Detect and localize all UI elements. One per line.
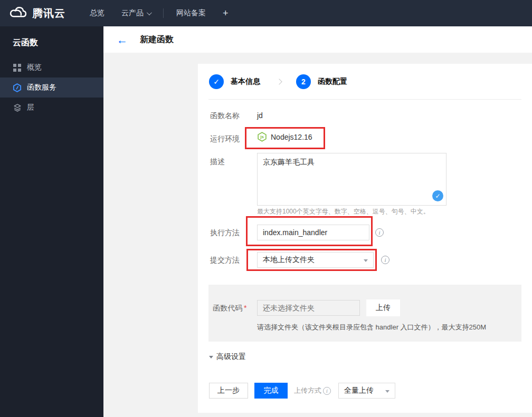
handler-input[interactable] (257, 225, 369, 240)
step2-number-badge: 2 (296, 74, 311, 89)
upload-mode-info-icon[interactable]: i (323, 387, 331, 395)
function-code-label-text: 函数代码 (213, 304, 242, 312)
function-code-section: 函数代码* 上传 请选择文件夹（该文件夹根目录应包含 handler 入口文件）… (208, 285, 521, 342)
page-header: ← 新建函数 (103, 26, 532, 53)
description-label: 描述 (210, 156, 225, 167)
submit-method-select[interactable]: 本地上传文件夹 (257, 252, 374, 268)
topbar: 腾讯云 总览 云产品 网站备案 + (0, 0, 532, 26)
step1-done-check-icon: ✓ (209, 74, 224, 89)
top-nav: 总览 云产品 网站备案 + (81, 0, 237, 26)
upload-mode-label-row: 上传方式 i (294, 386, 331, 395)
advanced-settings-label: 高级设置 (216, 352, 246, 362)
nav-cloud-products[interactable]: 云产品 (113, 0, 159, 26)
nav-overview-label: 总览 (90, 8, 104, 18)
step2-label: 函数配置 (318, 77, 347, 86)
tencent-cloud-brand[interactable]: 腾讯云 (8, 6, 65, 21)
back-arrow-icon[interactable]: ← (117, 34, 128, 45)
steps-divider (208, 99, 521, 100)
nav-overview[interactable]: 总览 (81, 0, 113, 26)
nav-icp-filing-label: 网站备案 (176, 8, 206, 18)
description-textarea[interactable]: 京东薅羊毛工具 (257, 153, 446, 206)
submit-method-value: 本地上传文件夹 (263, 255, 315, 265)
finish-button[interactable]: 完成 (254, 383, 288, 399)
function-code-hint: 请选择文件夹（该文件夹根目录应包含 handler 入口文件），最大支持250M (257, 323, 486, 332)
sidebar-item-overview[interactable]: 概览 (0, 57, 103, 77)
handler-info-icon[interactable]: i (375, 228, 384, 237)
triangle-down-icon (209, 356, 213, 358)
upload-button[interactable]: 上传 (366, 299, 400, 316)
step-separator-chevron-icon (276, 79, 282, 84)
handler-label: 执行方法 (210, 225, 240, 240)
add-nav-tab-button[interactable]: + (214, 0, 237, 26)
advanced-settings-toggle[interactable]: 高级设置 (209, 352, 246, 362)
brand-name: 腾讯云 (32, 6, 65, 21)
runtime-value: Nodejs12.16 (271, 133, 312, 141)
upload-mode-label: 上传方式 (294, 386, 321, 395)
nodejs-icon: js (257, 132, 267, 142)
create-function-card: ✓ 基本信息 2 函数配置 函数名称 jd 运行环境 js Nodejs12.1… (198, 64, 532, 413)
function-name-value: jd (257, 110, 263, 121)
runtime-value-row: js Nodejs12.16 (257, 132, 312, 142)
upload-mode-select[interactable]: 全量上传 (338, 383, 395, 399)
upload-mode-value: 全量上传 (344, 386, 374, 395)
sidebar-item-label: 概览 (27, 63, 42, 72)
nav-icp-filing[interactable]: 网站备案 (168, 0, 214, 26)
sidebar: 云函数 概览 函数服务 (0, 26, 103, 417)
page-title: 新建函数 (140, 34, 174, 45)
footer-actions: 上一步 完成 上传方式 i 全量上传 (209, 383, 395, 399)
page: 腾讯云 总览 云产品 网站备案 + 云函数 (0, 0, 532, 417)
svg-text:js: js (260, 134, 264, 139)
sidebar-item-function-service[interactable]: 函数服务 (0, 77, 103, 98)
step-indicator: ✓ 基本信息 2 函数配置 (209, 74, 347, 89)
sidebar-title: 云函数 (0, 26, 103, 57)
topbar-divider (163, 8, 164, 18)
folder-path-input (257, 300, 360, 316)
description-valid-check-icon: ✓ (432, 190, 443, 201)
previous-step-button[interactable]: 上一步 (209, 383, 248, 399)
sidebar-item-label: 层 (27, 103, 34, 112)
function-hexagon-icon (13, 83, 22, 92)
function-code-label: 函数代码* (213, 304, 246, 313)
description-hint: 最大支持1000个英文字母、数字、空格、逗号、句号、中文。 (257, 207, 430, 216)
layers-icon (13, 103, 22, 112)
function-name-label: 函数名称 (210, 110, 240, 121)
tencent-cloud-logo-icon (8, 6, 27, 21)
grid-icon (13, 64, 22, 72)
chevron-down-icon (147, 10, 152, 15)
sidebar-item-label: 函数服务 (27, 83, 56, 92)
sidebar-item-layers[interactable]: 层 (0, 98, 103, 118)
chevron-down-icon (385, 390, 390, 393)
submit-method-label: 提交方法 (210, 252, 240, 268)
runtime-label: 运行环境 (210, 133, 240, 144)
submit-method-info-icon[interactable]: i (381, 256, 390, 264)
required-asterisk: * (244, 304, 246, 312)
nav-cloud-products-label: 云产品 (121, 8, 144, 18)
chevron-down-icon (364, 259, 368, 262)
step1-label: 基本信息 (231, 77, 260, 86)
plus-icon: + (223, 8, 229, 19)
